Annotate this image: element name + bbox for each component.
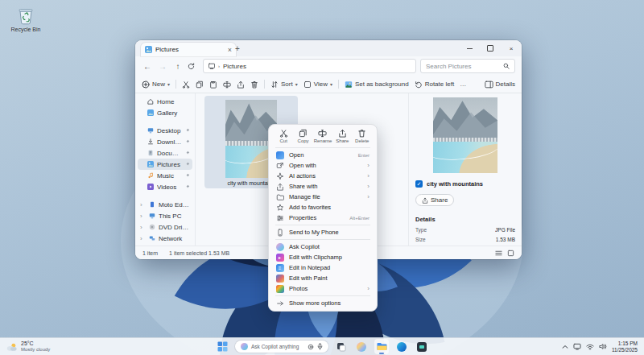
menu-item-manage-file[interactable]: Manage file › bbox=[269, 192, 377, 202]
close-button[interactable]: × bbox=[501, 40, 522, 56]
sidebar-item-pictures[interactable]: Pictures bbox=[138, 159, 192, 170]
menu-item-ai-actions[interactable]: AI actions › bbox=[269, 171, 377, 181]
sidebar-item-music[interactable]: Music bbox=[138, 170, 192, 181]
share-file-button[interactable]: Share bbox=[415, 194, 454, 206]
menu-item-open[interactable]: Open Enter bbox=[269, 150, 377, 160]
sidebar-item-this-pc[interactable]: › This PC bbox=[138, 210, 192, 221]
new-button[interactable]: New▾ bbox=[142, 80, 170, 89]
show-more-icon bbox=[276, 299, 284, 308]
submenu-arrow-icon: › bbox=[367, 193, 369, 200]
sort-button[interactable]: Sort▾ bbox=[270, 80, 298, 89]
menu-item-send-to-my-phone[interactable]: Send to My Phone bbox=[269, 227, 377, 237]
menu-item-properties[interactable]: Properties Alt+Enter bbox=[269, 213, 377, 223]
gallery-icon bbox=[147, 109, 154, 116]
weather-widget[interactable]: 25°C Mostly cloudy bbox=[0, 338, 56, 355]
new-tab-button[interactable]: + bbox=[235, 44, 240, 53]
menu-item-share-with[interactable]: Share with › bbox=[269, 181, 377, 192]
sidebar-item-home[interactable]: Home bbox=[138, 96, 192, 107]
thumbnail-view-toggle-icon[interactable] bbox=[507, 250, 514, 257]
minimize-button[interactable] bbox=[459, 40, 480, 56]
copy-button[interactable] bbox=[196, 80, 204, 89]
sidebar-item-downloads[interactable]: Downloads bbox=[138, 136, 192, 147]
taskbar: 25°C Mostly cloudy Ask Copilot anything bbox=[0, 337, 644, 355]
quick-action-cut[interactable]: Cut bbox=[275, 129, 292, 143]
sidebar-item-documents[interactable]: Documents bbox=[138, 147, 192, 159]
taskbar-search[interactable]: Ask Copilot anything bbox=[235, 341, 328, 353]
view-button[interactable]: View▾ bbox=[303, 80, 332, 89]
sidebar-item-gallery[interactable]: Gallery bbox=[138, 107, 192, 118]
quick-action-copy[interactable]: Copy bbox=[295, 129, 312, 143]
list-view-toggle-icon[interactable] bbox=[495, 250, 502, 257]
chevron-right-icon[interactable]: › bbox=[140, 224, 146, 231]
breadcrumb-pictures[interactable]: Pictures bbox=[223, 63, 246, 70]
details-pane-toggle[interactable]: Details bbox=[485, 80, 515, 89]
task-view-button[interactable] bbox=[334, 339, 349, 354]
view-icon bbox=[303, 80, 312, 89]
volume-icon[interactable] bbox=[599, 343, 607, 350]
taskbar-app-edge[interactable] bbox=[394, 339, 409, 354]
phone-icon bbox=[276, 229, 284, 237]
details-row-type: Type JPG File bbox=[415, 227, 515, 233]
up-button[interactable]: ↑ bbox=[172, 62, 184, 71]
pin-icon bbox=[185, 173, 190, 178]
taskbar-app-copilot[interactable] bbox=[354, 339, 369, 354]
cut-button[interactable] bbox=[182, 80, 190, 89]
menu-item-edit-with-clipchamp[interactable]: ▸ Edit with Clipchamp bbox=[269, 252, 377, 262]
set-as-background-button[interactable]: Set as background bbox=[345, 80, 409, 89]
menu-item-show-more-options[interactable]: Show more options bbox=[269, 298, 377, 308]
submenu-arrow-icon: › bbox=[367, 285, 369, 292]
menu-item-photos[interactable]: Photos › bbox=[269, 283, 377, 294]
menu-item-open-with[interactable]: Open with › bbox=[269, 160, 377, 171]
details-pane-icon bbox=[485, 80, 493, 89]
forward-button[interactable]: → bbox=[157, 62, 168, 71]
back-button[interactable]: ← bbox=[142, 62, 153, 71]
wifi-icon[interactable] bbox=[586, 344, 594, 350]
sidebar-item-network[interactable]: › Network bbox=[138, 233, 192, 244]
file-checkbox[interactable]: ✓ bbox=[415, 180, 423, 188]
recycle-bin-shortcut[interactable]: Recycle Bin bbox=[6, 5, 45, 32]
chevron-right-icon[interactable]: › bbox=[140, 235, 146, 242]
tray-chevron-up-icon[interactable] bbox=[562, 345, 568, 349]
start-button[interactable] bbox=[215, 339, 229, 354]
menu-item-add-to-favorites[interactable]: Add to favorites bbox=[269, 202, 377, 213]
titlebar[interactable]: Pictures × + × bbox=[135, 40, 522, 56]
quick-action-share[interactable]: Share bbox=[333, 129, 351, 143]
rotate-left-icon bbox=[415, 80, 423, 89]
menu-item-edit-with-paint[interactable]: Edit with Paint bbox=[269, 273, 377, 283]
share-button-toolbar[interactable] bbox=[237, 80, 245, 89]
taskbar-clock[interactable]: 1:15 PM 11/25/2025 bbox=[612, 341, 638, 353]
tray-display-icon[interactable] bbox=[573, 343, 581, 350]
more-options-button[interactable]: … bbox=[460, 80, 466, 88]
rename-button[interactable] bbox=[223, 80, 231, 89]
paste-icon bbox=[209, 80, 217, 89]
rotate-left-button[interactable]: Rotate left bbox=[415, 80, 454, 89]
paste-button[interactable] bbox=[209, 80, 217, 89]
pictures-icon bbox=[147, 161, 154, 167]
menu-item-edit-in-notepad[interactable]: ≡ Edit in Notepad bbox=[269, 262, 377, 273]
chevron-right-icon[interactable]: › bbox=[140, 213, 146, 220]
maximize-button[interactable] bbox=[480, 40, 501, 56]
mic-icon[interactable] bbox=[317, 343, 323, 350]
submenu-arrow-icon: › bbox=[367, 162, 369, 169]
address-bar[interactable]: › Pictures bbox=[203, 59, 416, 73]
sidebar-item-desktop[interactable]: Desktop bbox=[138, 125, 192, 136]
sidebar-item-videos[interactable]: Videos bbox=[138, 181, 192, 192]
tab-close-icon[interactable]: × bbox=[228, 46, 232, 54]
delete-icon bbox=[357, 129, 366, 138]
network-icon bbox=[149, 235, 155, 241]
sidebar-item-phone[interactable]: › Moto Edge 50 N bbox=[138, 199, 192, 210]
store-app-icon bbox=[417, 342, 427, 352]
clipchamp-icon: ▸ bbox=[276, 254, 284, 262]
search-input[interactable]: Search Pictures bbox=[420, 59, 515, 73]
quick-action-delete[interactable]: Delete bbox=[353, 129, 371, 143]
sidebar-item-dvd-drive[interactable]: › DVD Drive (D:) C bbox=[138, 221, 192, 233]
explorer-tab-pictures[interactable]: Pictures × bbox=[141, 43, 236, 56]
quick-action-rename[interactable]: Rename bbox=[314, 129, 332, 143]
taskbar-app-file-explorer[interactable] bbox=[374, 339, 389, 354]
refresh-button[interactable] bbox=[188, 63, 199, 70]
menu-item-ask-copilot[interactable]: Ask Copilot bbox=[269, 241, 377, 252]
location-icon bbox=[208, 63, 215, 69]
delete-button[interactable] bbox=[250, 80, 258, 89]
chevron-right-icon[interactable]: › bbox=[140, 201, 146, 208]
taskbar-app-store[interactable] bbox=[415, 339, 429, 354]
